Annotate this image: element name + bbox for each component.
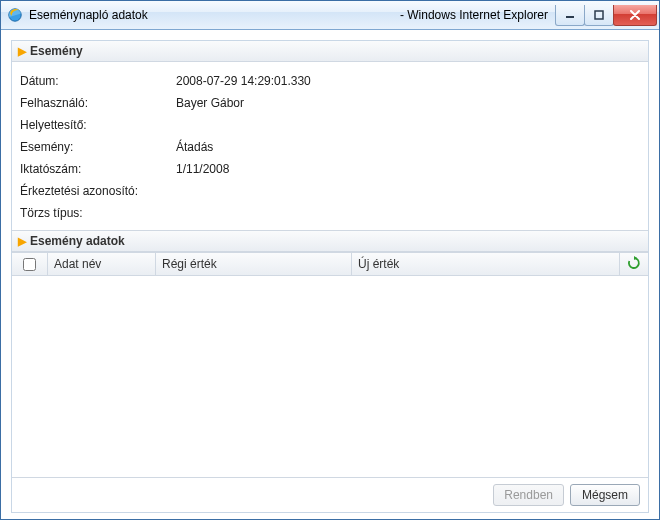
field-user-value: Bayer Gábor	[176, 96, 640, 110]
window-controls	[556, 5, 657, 25]
expand-icon: ▶	[18, 45, 26, 58]
minimize-button[interactable]	[555, 5, 585, 26]
field-refnum: Iktatószám: 1/11/2008	[20, 158, 640, 180]
grid-col-new[interactable]: Új érték	[352, 253, 620, 275]
refresh-icon	[627, 256, 641, 273]
cancel-button[interactable]: Mégsem	[570, 484, 640, 506]
field-master-type: Törzs típus:	[20, 202, 640, 224]
dialog-footer: Rendben Mégsem	[12, 477, 648, 512]
window: Eseménynapló adatok - Windows Internet E…	[0, 0, 660, 520]
field-event: Esemény: Átadás	[20, 136, 640, 158]
maximize-button[interactable]	[584, 5, 614, 26]
window-title: Eseménynapló adatok	[29, 8, 148, 22]
grid-select-all[interactable]	[12, 253, 48, 275]
field-date: Dátum: 2008-07-29 14:29:01.330	[20, 70, 640, 92]
section-event-data-title: Esemény adatok	[30, 234, 125, 248]
ok-button[interactable]: Rendben	[493, 484, 564, 506]
field-refnum-label: Iktatószám:	[20, 162, 176, 176]
field-refnum-value: 1/11/2008	[176, 162, 640, 176]
svg-rect-1	[566, 16, 574, 18]
field-substitute: Helyettesítő:	[20, 114, 640, 136]
field-arrival-id-label: Érkeztetési azonosító:	[20, 184, 176, 198]
event-fields: Dátum: 2008-07-29 14:29:01.330 Felhaszná…	[12, 62, 648, 230]
grid-refresh-button[interactable]	[620, 253, 648, 275]
section-event-data-header[interactable]: ▶ Esemény adatok	[12, 230, 648, 252]
field-event-value: Átadás	[176, 140, 640, 154]
grid-col-name[interactable]: Adat név	[48, 253, 156, 275]
titlebar: Eseménynapló adatok - Windows Internet E…	[1, 1, 659, 30]
grid-header: Adat név Régi érték Új érték	[12, 253, 648, 276]
section-event-title: Esemény	[30, 44, 83, 58]
select-all-checkbox[interactable]	[23, 258, 36, 271]
field-event-label: Esemény:	[20, 140, 176, 154]
svg-rect-2	[595, 11, 603, 19]
field-user-label: Felhasználó:	[20, 96, 176, 110]
field-substitute-label: Helyettesítő:	[20, 118, 176, 132]
event-data-grid: Adat név Régi érték Új érték	[12, 252, 648, 477]
section-event-header[interactable]: ▶ Esemény	[12, 41, 648, 62]
ie-icon	[7, 7, 23, 23]
field-date-value: 2008-07-29 14:29:01.330	[176, 74, 640, 88]
field-arrival-id: Érkeztetési azonosító:	[20, 180, 640, 202]
field-date-label: Dátum:	[20, 74, 176, 88]
grid-body	[12, 276, 648, 477]
client-area: ▶ Esemény Dátum: 2008-07-29 14:29:01.330…	[1, 30, 659, 519]
main-panel: ▶ Esemény Dátum: 2008-07-29 14:29:01.330…	[11, 40, 649, 513]
field-user: Felhasználó: Bayer Gábor	[20, 92, 640, 114]
field-master-type-label: Törzs típus:	[20, 206, 176, 220]
grid-col-old[interactable]: Régi érték	[156, 253, 352, 275]
window-app-suffix: - Windows Internet Explorer	[400, 8, 548, 22]
close-button[interactable]	[613, 5, 657, 26]
expand-icon: ▶	[18, 235, 26, 248]
